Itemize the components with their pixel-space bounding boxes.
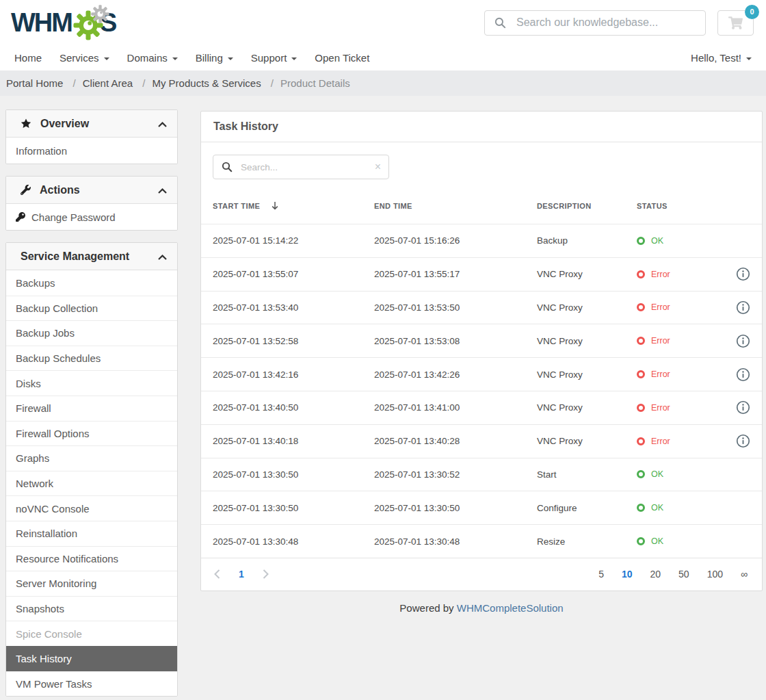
- sidebar-item-spice-console[interactable]: Spice Console: [6, 621, 177, 646]
- breadcrumb-item-product-details: Product Details: [280, 77, 350, 89]
- breadcrumb-item-client-area[interactable]: Client Area: [83, 77, 153, 89]
- breadcrumb-item-portal-home[interactable]: Portal Home: [6, 77, 83, 89]
- nav-item-support[interactable]: Support: [251, 52, 298, 64]
- info-icon[interactable]: [736, 434, 750, 448]
- sidebar-item-backup-schedules[interactable]: Backup Schedules: [6, 346, 177, 371]
- cell-end-time: 2025-07-01 13:30:50: [374, 503, 537, 513]
- knowledgebase-search-input[interactable]: [515, 16, 697, 29]
- sidebar-item-firewall[interactable]: Firewall: [6, 396, 177, 421]
- nav-item-domains[interactable]: Domains: [127, 52, 178, 64]
- info-icon[interactable]: [736, 400, 750, 415]
- cell-start-time: 2025-07-01 13:30:50: [213, 503, 374, 513]
- cell-status: Error: [637, 270, 723, 279]
- column-header-end-time[interactable]: END TIME: [374, 202, 537, 210]
- page-size-option-all[interactable]: ∞: [741, 569, 748, 580]
- whmcs-logo[interactable]: WHM: [11, 5, 116, 40]
- page-size-option-5[interactable]: 5: [598, 569, 604, 580]
- sidebar-header-actions[interactable]: Actions: [6, 177, 177, 204]
- sidebar-item-task-history[interactable]: Task History: [6, 646, 177, 671]
- cell-actions: [736, 534, 750, 549]
- breadcrumb-item-label: Client Area: [83, 77, 133, 89]
- column-header-start-time[interactable]: START TIME: [213, 201, 374, 210]
- sidebar-item-network[interactable]: Network: [6, 471, 177, 496]
- search-icon: [222, 161, 233, 172]
- cell-status: Error: [637, 403, 723, 413]
- nav-item-label: Home: [14, 52, 42, 64]
- cell-start-time: 2025-07-01 13:40:50: [213, 402, 374, 413]
- info-icon[interactable]: [736, 267, 750, 281]
- next-page-icon[interactable]: [263, 569, 269, 579]
- cell-status: OK: [637, 536, 723, 546]
- sidebar-item-graphs[interactable]: Graphs: [6, 445, 177, 471]
- whmcompletesolution-link[interactable]: WHMCompleteSolution: [457, 602, 564, 614]
- sidebar-item-label: Firewall: [16, 402, 51, 414]
- gear-icon-small: [91, 5, 109, 23]
- table-search-input[interactable]: [239, 161, 375, 173]
- cell-status: Error: [637, 336, 723, 346]
- sidebar-item-backup-collection[interactable]: Backup Collection: [6, 296, 177, 321]
- sidebar-header-overview[interactable]: Overview: [6, 110, 177, 138]
- sidebar-item-backup-jobs[interactable]: Backup Jobs: [6, 320, 177, 346]
- sidebar-item-label: Snapshots: [16, 603, 64, 614]
- page-size-option-100[interactable]: 100: [707, 569, 723, 580]
- sidebar-header-service-management[interactable]: Service Management: [6, 243, 177, 270]
- info-icon[interactable]: [736, 367, 750, 382]
- sidebar-item-label: VM Power Tasks: [16, 678, 92, 690]
- sidebar-item-server-monitoring[interactable]: Server Monitoring: [6, 571, 177, 596]
- sidebar-item-information[interactable]: Information: [6, 138, 177, 164]
- cell-description: VNC Proxy: [537, 269, 637, 279]
- sidebar-item-disks[interactable]: Disks: [6, 370, 177, 396]
- cell-description: VNC Proxy: [537, 302, 637, 313]
- page-size-option-50[interactable]: 50: [678, 569, 689, 580]
- sidebar-item-vm-power-tasks[interactable]: VM Power Tasks: [6, 671, 177, 697]
- clear-search-icon[interactable]: ×: [375, 161, 381, 172]
- sidebar-item-snapshots[interactable]: Snapshots: [6, 596, 177, 621]
- status-ring-icon: [637, 504, 645, 512]
- sidebar-item-label: Graphs: [16, 452, 49, 464]
- table-row: 2025-07-01 13:30:50 2025-07-01 13:30:52 …: [201, 458, 762, 491]
- nav-list: Home Services Domains Billing Support Op…: [14, 52, 369, 64]
- sidebar-item-resource-notifications[interactable]: Resource Notifications: [6, 546, 177, 571]
- sidebar-item-label: Backup Collection: [16, 302, 98, 314]
- sidebar-item-reinstallation[interactable]: Reinstallation: [6, 521, 177, 546]
- account-menu[interactable]: Hello, Test!: [691, 52, 752, 64]
- cell-status: OK: [637, 236, 723, 246]
- sidebar-item-backups[interactable]: Backups: [6, 270, 177, 296]
- column-header-description[interactable]: DESCRIPTION: [537, 202, 637, 210]
- nav-item-billing[interactable]: Billing: [196, 52, 233, 64]
- page-size-option-20[interactable]: 20: [650, 569, 661, 580]
- sidebar-item-label: Network: [16, 478, 53, 489]
- cart-button[interactable]: 0: [717, 10, 754, 36]
- cell-description: Start: [537, 469, 637, 480]
- sidebar-item-label: Server Monitoring: [16, 578, 96, 589]
- chevron-down-icon: [172, 57, 178, 60]
- sidebar-item-label: Disks: [16, 378, 41, 389]
- sidebar-item-change-password[interactable]: Change Password: [6, 204, 177, 230]
- status-ring-icon: [637, 470, 645, 478]
- breadcrumb-item-label: My Products & Services: [152, 77, 261, 89]
- topbar-right: 0: [484, 10, 754, 36]
- page-size-options: 5 10 20 50 100 ∞: [598, 569, 748, 580]
- chevron-down-icon: [104, 57, 109, 60]
- sidebar-item-label: Task History: [16, 653, 72, 664]
- nav-item-open-ticket[interactable]: Open Ticket: [315, 52, 369, 64]
- page-number[interactable]: 1: [239, 569, 244, 580]
- info-icon[interactable]: [736, 300, 750, 315]
- cell-description: VNC Proxy: [537, 402, 637, 413]
- column-header-status[interactable]: STATUS: [637, 202, 723, 210]
- sidebar-item-firewall-options[interactable]: Firewall Options: [6, 421, 177, 446]
- cell-description: VNC Proxy: [537, 436, 637, 446]
- cart-icon: [728, 16, 743, 29]
- status-ring-icon: [637, 270, 645, 278]
- pagination: 1 5 10 20 50 100 ∞: [201, 558, 762, 591]
- sidebar-item-novnc-console[interactable]: noVNC Console: [6, 495, 177, 521]
- breadcrumb-item-my-products-services[interactable]: My Products & Services: [152, 77, 280, 89]
- cell-actions: [736, 367, 750, 382]
- status-label: Error: [651, 403, 670, 413]
- nav-item-home[interactable]: Home: [14, 52, 42, 64]
- page-size-option-10[interactable]: 10: [622, 569, 633, 580]
- info-icon[interactable]: [736, 334, 750, 348]
- sidebar-item-label: Resource Notifications: [16, 553, 118, 565]
- nav-item-services[interactable]: Services: [60, 52, 109, 64]
- previous-page-icon[interactable]: [214, 569, 220, 579]
